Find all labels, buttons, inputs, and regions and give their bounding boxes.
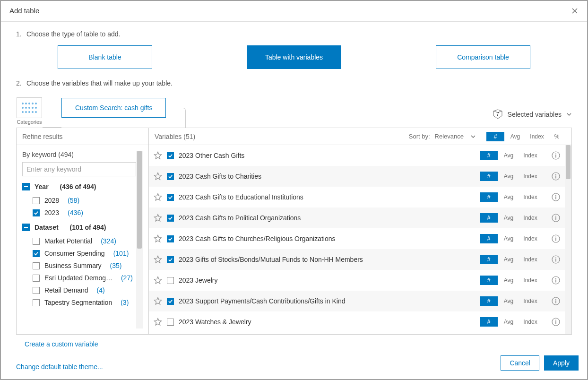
toggle-number[interactable]: # <box>480 234 498 243</box>
toggle-percent[interactable]: % <box>548 132 566 141</box>
toggle-number[interactable]: # <box>480 192 498 202</box>
svg-point-40 <box>555 299 556 300</box>
close-icon[interactable] <box>571 7 579 15</box>
info-icon[interactable] <box>552 297 560 305</box>
step-2: 2. Choose the variables that will make u… <box>16 79 572 87</box>
toggle-index[interactable]: Index <box>519 172 541 181</box>
facet-dataset-header[interactable]: Dataset (101 of 494) <box>22 224 136 231</box>
blank-table-button[interactable]: Blank table <box>58 45 152 69</box>
toggle-index[interactable]: Index <box>519 255 541 264</box>
variable-checkbox[interactable] <box>167 194 174 201</box>
comparison-table-button[interactable]: Comparison table <box>436 45 530 69</box>
variable-checkbox[interactable] <box>167 173 174 180</box>
toggle-number[interactable]: # <box>480 151 498 160</box>
toggle-avg[interactable]: Avg <box>498 296 519 306</box>
facet-item[interactable]: 2028(58) <box>22 194 136 207</box>
star-icon[interactable] <box>154 234 162 243</box>
toggle-avg[interactable]: Avg <box>498 172 519 181</box>
selected-variables-button[interactable]: 7 Selected variables <box>493 101 572 128</box>
variable-checkbox[interactable] <box>167 319 174 326</box>
svg-rect-26 <box>555 197 556 199</box>
info-icon[interactable] <box>552 193 560 201</box>
categories-button[interactable]: Categories <box>16 97 43 128</box>
info-icon[interactable] <box>552 255 560 264</box>
checkbox[interactable] <box>33 197 40 204</box>
facet-item[interactable]: 2023(436) <box>22 207 136 219</box>
create-custom-variable-link[interactable]: Create a custom variable <box>25 340 98 348</box>
facet-item[interactable]: Tapestry Segmentation(3) <box>22 296 136 309</box>
toggle-number[interactable]: # <box>480 317 498 327</box>
checkbox[interactable] <box>33 299 40 306</box>
toggle-index[interactable]: Index <box>519 192 541 202</box>
toggle-index[interactable]: Index <box>519 151 541 160</box>
variable-checkbox[interactable] <box>167 256 174 263</box>
toggle-index[interactable]: Index <box>519 276 541 285</box>
toggle-avg[interactable]: Avg <box>498 192 519 202</box>
toggle-index[interactable]: Index <box>519 296 541 306</box>
star-icon[interactable] <box>154 276 162 285</box>
toggle-avg[interactable]: Avg <box>498 276 519 285</box>
toggle-avg[interactable]: Avg <box>498 234 519 243</box>
toggle-number[interactable]: # <box>480 172 498 181</box>
variable-browser-panel: Refine results By keyword (494) Year (43… <box>16 128 572 335</box>
star-icon[interactable] <box>154 318 162 326</box>
checkbox[interactable] <box>33 262 40 269</box>
checkbox[interactable] <box>33 209 40 216</box>
facet-item[interactable]: Esri Updated Demog…(27) <box>22 272 136 284</box>
toggle-avg[interactable]: Avg <box>498 151 519 160</box>
info-icon[interactable] <box>552 276 560 285</box>
table-with-variables-button[interactable]: Table with variables <box>247 45 341 69</box>
toggle-number[interactable]: # <box>486 132 504 141</box>
facet-item[interactable]: Retail Demand(4) <box>22 284 136 296</box>
sort-by-select[interactable]: Relevance <box>434 131 477 142</box>
variable-label: 2023 Cash Gifts to Political Organizatio… <box>179 214 475 222</box>
variable-checkbox[interactable] <box>167 215 174 222</box>
facet-item[interactable]: Consumer Spending(101) <box>22 247 136 259</box>
variable-checkbox[interactable] <box>167 277 174 284</box>
info-icon[interactable] <box>552 151 560 160</box>
variable-checkbox[interactable] <box>167 235 174 242</box>
toggle-number[interactable]: # <box>480 255 498 264</box>
toggle-avg[interactable]: Avg <box>504 132 526 141</box>
toggle-avg[interactable]: Avg <box>498 213 519 223</box>
info-icon[interactable] <box>552 318 560 326</box>
toggle-avg[interactable]: Avg <box>498 255 519 264</box>
toggle-number[interactable]: # <box>480 296 498 306</box>
toggle-avg[interactable]: Avg <box>498 317 519 327</box>
checkbox[interactable] <box>33 287 40 294</box>
variable-label: 2023 Support Payments/Cash Contributions… <box>179 297 475 305</box>
toggle-index[interactable]: Index <box>526 132 548 141</box>
checkbox[interactable] <box>33 275 40 282</box>
keyword-input[interactable] <box>22 162 136 176</box>
star-icon[interactable] <box>154 255 162 264</box>
variable-row: 2023 Cash Gifts to Churches/Religious Or… <box>149 228 565 249</box>
custom-search-chip[interactable]: Custom Search: cash gifts <box>61 98 166 118</box>
info-icon[interactable] <box>552 172 560 181</box>
facet-item[interactable]: Market Potential(324) <box>22 235 136 247</box>
star-icon[interactable] <box>154 297 162 305</box>
checkbox[interactable] <box>33 250 40 257</box>
star-icon[interactable] <box>154 172 162 181</box>
variables-scrollbar[interactable] <box>565 145 571 334</box>
star-icon[interactable] <box>154 151 162 160</box>
toggle-number[interactable]: # <box>480 276 498 285</box>
star-icon[interactable] <box>154 214 162 222</box>
toggle-index[interactable]: Index <box>519 234 541 243</box>
info-icon[interactable] <box>552 234 560 243</box>
variable-row: 2023 Support Payments/Cash Contributions… <box>149 291 565 311</box>
apply-button[interactable]: Apply <box>544 355 579 371</box>
facet-year-header[interactable]: Year (436 of 494) <box>22 183 136 190</box>
cancel-button[interactable]: Cancel <box>501 355 539 371</box>
info-icon[interactable] <box>552 214 560 222</box>
svg-point-12 <box>28 111 30 113</box>
facet-item[interactable]: Business Summary(35) <box>22 259 136 272</box>
toggle-index[interactable]: Index <box>519 317 541 327</box>
toggle-number[interactable]: # <box>480 213 498 223</box>
change-default-theme-link[interactable]: Change default table theme... <box>16 363 103 371</box>
variable-checkbox[interactable] <box>167 152 174 159</box>
star-icon[interactable] <box>154 193 162 201</box>
refine-scrollbar[interactable] <box>136 151 143 328</box>
checkbox[interactable] <box>33 238 40 245</box>
toggle-index[interactable]: Index <box>519 213 541 223</box>
variable-checkbox[interactable] <box>167 298 174 305</box>
